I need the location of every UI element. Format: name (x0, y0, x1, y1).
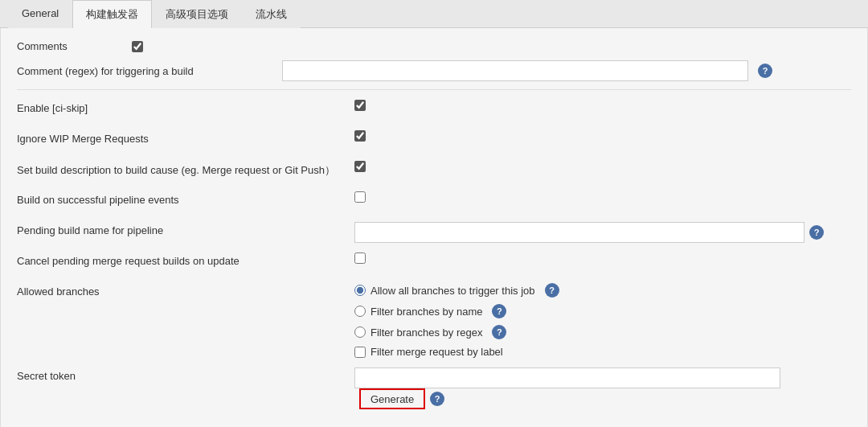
main-container: General 构建触发器 高级项目选项 流水线 Comments Commen… (0, 0, 868, 427)
cancel-pending-row: Cancel pending merge request builds on u… (17, 253, 851, 273)
cancel-pending-label: Cancel pending merge request builds on u… (17, 253, 354, 267)
filter-merge-request-checkbox[interactable] (354, 347, 366, 358)
build-on-pipeline-control (354, 191, 851, 203)
pending-build-name-help-icon[interactable]: ? (809, 225, 824, 240)
filter-merge-request-label: Filter merge request by label (371, 346, 503, 358)
set-build-desc-checkbox[interactable] (354, 161, 366, 172)
radio-filter-name[interactable] (354, 306, 366, 317)
tab-advanced-options[interactable]: 高级项目选项 (152, 0, 242, 28)
radio-filter-name-label: Filter branches by name (371, 306, 482, 318)
secret-token-input[interactable]: d02df52fc184e1c60594bc33c1995af0 (354, 367, 780, 388)
build-on-pipeline-label: Build on successful pipeline events (17, 191, 354, 206)
pending-build-name-input[interactable] (354, 222, 805, 243)
radio-row-filter-name: Filter branches by name ? (354, 304, 559, 318)
radio-filter-name-help-icon[interactable]: ? (492, 304, 506, 318)
tab-bar: General 构建触发器 高级项目选项 流水线 (0, 0, 868, 28)
secret-token-label: Secret token (17, 367, 354, 382)
set-build-desc-control (354, 161, 851, 172)
pending-build-name-label: Pending build name for pipeline (17, 222, 354, 236)
secret-token-help-icon[interactable]: ? (430, 392, 444, 406)
comment-regex-input[interactable]: Jenkins please retry a build (282, 60, 748, 81)
checkbox-row-filter-label: Filter merge request by label (354, 346, 559, 358)
ignore-wip-control (354, 130, 851, 142)
radio-filter-regex[interactable] (354, 326, 366, 338)
pending-build-name-control: ? (354, 222, 851, 243)
comments-checkbox[interactable] (132, 41, 143, 52)
set-build-desc-row: Set build description to build cause (eg… (17, 161, 851, 182)
generate-button[interactable]: Generate (359, 388, 425, 409)
radio-filter-regex-label: Filter branches by regex (371, 326, 482, 339)
build-on-pipeline-row: Build on successful pipeline events (17, 191, 851, 212)
cancel-pending-checkbox[interactable] (354, 253, 366, 264)
comments-label: Comments (17, 40, 68, 52)
radio-all-branches-help-icon[interactable]: ? (545, 283, 559, 298)
set-build-desc-label: Set build description to build cause (eg… (17, 161, 354, 178)
ignore-wip-row: Ignore WIP Merge Requests (17, 130, 851, 151)
allowed-branches-row: Allowed branches Allow all branches to t… (17, 283, 851, 358)
secret-token-control: d02df52fc184e1c60594bc33c1995af0 Generat… (354, 367, 851, 409)
enable-ciskip-checkbox[interactable] (354, 100, 366, 111)
comment-regex-row: Comment (regex) for triggering a build J… (17, 60, 851, 81)
radio-all-branches-label: Allow all branches to trigger this job (371, 285, 535, 297)
allowed-branches-control: Allow all branches to trigger this job ?… (354, 283, 851, 358)
comments-row: Comments (17, 40, 851, 52)
radio-all-branches[interactable] (354, 285, 366, 296)
enable-ciskip-control (354, 100, 851, 111)
tab-build-trigger[interactable]: 构建触发器 (72, 0, 152, 28)
radio-row-filter-regex: Filter branches by regex ? (354, 325, 559, 339)
tab-content: Comments Comment (regex) for triggering … (0, 28, 868, 427)
build-on-pipeline-checkbox[interactable] (354, 191, 366, 203)
comment-regex-help-icon[interactable]: ? (758, 64, 772, 78)
enable-ciskip-row: Enable [ci-skip] (17, 100, 851, 121)
radio-row-all: Allow all branches to trigger this job ? (354, 283, 559, 298)
tab-pipeline[interactable]: 流水线 (242, 0, 301, 28)
ignore-wip-label: Ignore WIP Merge Requests (17, 130, 354, 145)
enable-ciskip-label: Enable [ci-skip] (17, 100, 354, 114)
tab-general[interactable]: General (8, 0, 72, 28)
ignore-wip-checkbox[interactable] (354, 130, 366, 142)
comment-regex-label: Comment (regex) for triggering a build (17, 65, 274, 77)
pending-build-name-row: Pending build name for pipeline ? (17, 222, 851, 243)
allowed-branches-label: Allowed branches (17, 283, 354, 298)
cancel-pending-control (354, 253, 851, 264)
secret-token-row: Secret token d02df52fc184e1c60594bc33c19… (17, 367, 851, 409)
radio-filter-regex-help-icon[interactable]: ? (492, 325, 506, 339)
branches-radio-group: Allow all branches to trigger this job ?… (354, 283, 559, 358)
